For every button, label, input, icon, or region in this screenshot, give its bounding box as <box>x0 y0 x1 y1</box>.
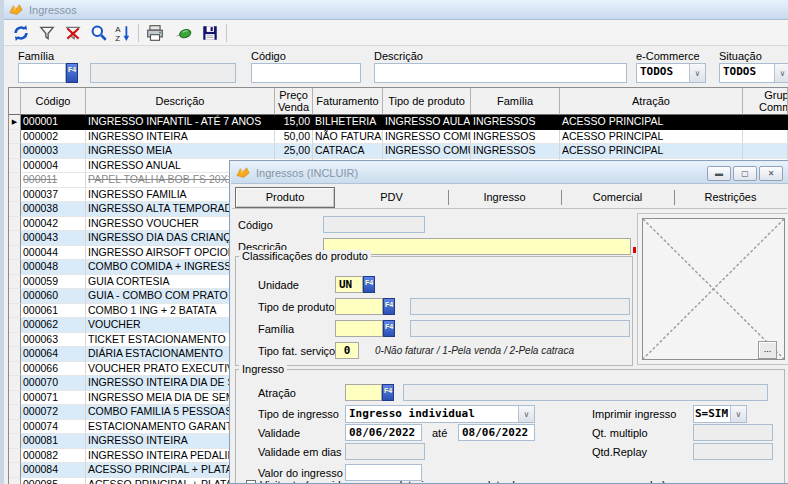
product-image-placeholder <box>642 218 785 360</box>
table-row[interactable]: 000003 INGRESSO MEIA 25,00 CATRACA INGRE… <box>9 144 788 159</box>
tipo-ingresso-select[interactable]: Ingresso individual ∨ <box>345 405 535 423</box>
situacao-filter-label: Situação <box>719 50 762 62</box>
tab-restricoes[interactable]: Restrições <box>674 186 787 209</box>
visitante-checkbox[interactable] <box>246 480 256 484</box>
grid-header-codigo[interactable]: Código <box>21 88 86 115</box>
row-marker <box>9 173 21 188</box>
grid-header-grupo-ecommerce[interactable]: Grupo e-Commerce <box>743 88 788 115</box>
qt-multiplo-field[interactable] <box>693 424 773 441</box>
grid-header-preco-venda[interactable]: Preço Venda <box>275 88 313 115</box>
row-marker <box>9 275 21 290</box>
row-marker <box>9 260 21 275</box>
search-icon[interactable] <box>90 24 108 42</box>
restore-button[interactable]: ▢ <box>733 166 757 181</box>
table-row[interactable]: 000002 INGRESSO INTEIRA 50,00 NÃO FATURA… <box>9 130 788 145</box>
cell-preco: 50,00 <box>275 130 313 145</box>
familia-filter-label: Família <box>18 50 54 62</box>
qtd-replay-field[interactable] <box>693 443 773 460</box>
unidade-field[interactable]: UN <box>335 276 363 293</box>
familia-filter-f4-button[interactable]: F4 <box>66 63 78 83</box>
validade-dias-field <box>345 443 425 460</box>
familia-filter-input[interactable] <box>18 63 66 83</box>
grid-header-atracao[interactable]: Atração <box>560 88 743 115</box>
cell-grupo <box>743 130 788 145</box>
tipo-produto-field[interactable] <box>335 298 383 315</box>
grid-header-tipo-produto[interactable]: Tipo de produto <box>383 88 471 115</box>
cell-codigo: 000085 <box>21 478 86 484</box>
cell-codigo: 000037 <box>21 188 86 203</box>
image-browse-button[interactable]: ... <box>758 341 777 359</box>
cell-codigo: 000011 <box>21 173 86 188</box>
chevron-down-icon[interactable]: ∨ <box>518 406 534 422</box>
close-button[interactable]: ✕ <box>759 166 783 181</box>
table-row[interactable]: ▶ 000001 INGRESSO INFANTIL - ATÉ 7 ANOS … <box>9 115 788 130</box>
row-marker <box>9 434 21 449</box>
tab-ingresso[interactable]: Ingresso <box>448 186 561 209</box>
situacao-filter-select[interactable]: TODOS ∨ <box>719 63 788 83</box>
export-icon[interactable] <box>174 24 192 42</box>
cell-tipo-produto: INGRESSO COMUM <box>383 130 471 145</box>
atracao-field[interactable] <box>345 384 382 401</box>
row-marker <box>9 188 21 203</box>
clear-filter-icon[interactable] <box>64 24 82 42</box>
refresh-icon[interactable] <box>12 24 30 42</box>
cell-codigo: 000004 <box>21 159 86 174</box>
tab-separator <box>674 190 675 205</box>
row-marker <box>9 304 21 319</box>
main-titlebar: Ingressos <box>4 0 788 20</box>
ecommerce-filter-select[interactable]: TODOS ∨ <box>636 63 706 83</box>
chevron-down-icon[interactable]: ∨ <box>689 64 705 82</box>
cell-codigo: 000063 <box>21 333 86 348</box>
validade-ate-field[interactable]: 08/06/2022 <box>458 424 535 441</box>
svg-text:Z: Z <box>115 34 120 42</box>
unidade-f4-button[interactable]: F4 <box>363 276 375 293</box>
tipo-produto-f4-button[interactable]: F4 <box>383 298 395 315</box>
save-icon[interactable] <box>201 24 219 42</box>
row-marker <box>9 159 21 174</box>
descricao-filter-input[interactable] <box>374 63 627 83</box>
chevron-down-icon[interactable]: ∨ <box>730 406 746 422</box>
cell-codigo: 000001 <box>21 115 86 130</box>
dialog-tabs: Produto PDV Ingresso Comercial Restriçõe… <box>232 186 787 209</box>
tab-produto[interactable]: Produto <box>235 187 335 208</box>
codigo-filter-input[interactable] <box>251 63 361 83</box>
row-marker <box>9 449 21 464</box>
cell-faturamento: CATRACA <box>313 144 383 159</box>
atracao-f4-button[interactable]: F4 <box>382 384 394 401</box>
print-icon[interactable] <box>146 24 164 42</box>
familia-field[interactable] <box>335 320 383 337</box>
tab-pdv[interactable]: PDV <box>335 186 448 209</box>
grid-header-faturamento[interactable]: Faturamento <box>313 88 383 115</box>
app-logo-icon <box>9 3 23 17</box>
cell-codigo: 000048 <box>21 260 86 275</box>
filter-icon[interactable] <box>38 24 56 42</box>
grid-header-familia[interactable]: Família <box>471 88 560 115</box>
tab-comercial[interactable]: Comercial <box>561 186 674 209</box>
tipo-ingresso-label: Tipo de ingresso <box>258 408 339 420</box>
cell-codigo: 000042 <box>21 217 86 232</box>
cell-codigo: 000002 <box>21 130 86 145</box>
cell-codigo: 000072 <box>21 405 86 420</box>
chevron-down-icon[interactable]: ∨ <box>774 64 788 82</box>
atracao-description <box>403 384 768 401</box>
cell-codigo: 000003 <box>21 144 86 159</box>
cell-grupo <box>743 115 788 130</box>
row-marker <box>9 289 21 304</box>
dialog-title: Ingressos (INCLUIR) <box>256 167 358 179</box>
required-marker <box>633 247 636 253</box>
validade-de-field[interactable]: 08/06/2022 <box>345 424 422 441</box>
grid-header-descricao[interactable]: Descrição <box>86 88 275 115</box>
row-marker <box>9 405 21 420</box>
minimize-button[interactable]: ▬ <box>707 166 731 181</box>
tipo-fat-field[interactable]: 0 <box>335 342 359 359</box>
familia-f4-button[interactable]: F4 <box>383 320 395 337</box>
cell-codigo: 000081 <box>21 434 86 449</box>
imprimir-label: Imprimir ingresso <box>592 408 676 420</box>
qt-multiplo-label: Qt. multiplo <box>592 427 648 439</box>
tipo-fat-label: Tipo fat. serviço <box>258 345 335 357</box>
validade-label: Validade <box>258 427 300 439</box>
cell-codigo: 000066 <box>21 362 86 377</box>
row-marker <box>9 144 21 159</box>
imprimir-select[interactable]: S=SIM ∨ <box>693 405 747 423</box>
sort-icon[interactable]: A Z <box>114 24 132 42</box>
